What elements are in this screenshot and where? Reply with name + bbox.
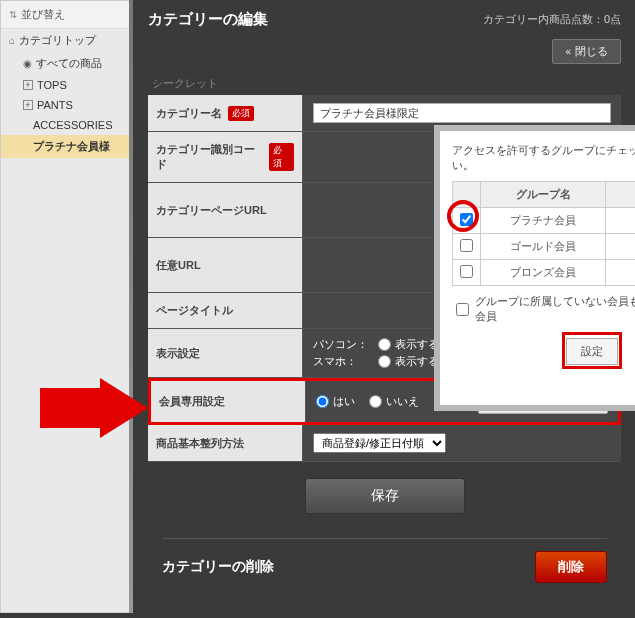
th-name: グループ名: [481, 182, 606, 208]
tree-item-accessories[interactable]: ACCESSORIES: [1, 115, 129, 135]
home-icon: ⌂: [9, 35, 15, 46]
sort-label: 並び替え: [21, 7, 65, 22]
tree-item-pants[interactable]: + PANTS: [1, 95, 129, 115]
category-tree: ⌂ カテゴリトップ ◉ すべての商品 + TOPS + PANTS ACCESS…: [1, 29, 129, 158]
label-cell: カテゴリー識別コード 必須: [148, 132, 303, 182]
label-cell: 任意URL: [148, 238, 303, 292]
label: 表示設定: [156, 346, 200, 361]
delete-heading: カテゴリーの削除: [162, 558, 274, 576]
row-sort-method: 商品基本整列方法 商品登録/修正日付順: [148, 425, 621, 462]
pc-show-radio[interactable]: 表示する: [378, 337, 439, 352]
splitter[interactable]: [129, 0, 133, 613]
chevron-left-icon: «: [565, 46, 571, 57]
table-row: プラチナ会員 プラチナ会員: [453, 208, 636, 234]
label: カテゴリー識別コード: [156, 142, 263, 172]
label: 任意URL: [156, 258, 201, 273]
sort-select[interactable]: 商品登録/修正日付順: [313, 433, 446, 453]
header: カテゴリーの編集 カテゴリー内商品点数：0点: [134, 0, 635, 39]
annotation-arrow: [40, 378, 150, 438]
label-cell: カテゴリーページURL: [148, 183, 303, 237]
label: カテゴリーページURL: [156, 203, 267, 218]
sidebar: ⇅ 並び替え ⌂ カテゴリトップ ◉ すべての商品 + TOPS + PANTS…: [0, 0, 130, 613]
save-button[interactable]: 保存: [305, 478, 465, 514]
delete-button[interactable]: 削除: [535, 551, 607, 583]
group-checkbox[interactable]: [460, 239, 473, 252]
table-row: ゴールド会員 ゴールド会員: [453, 234, 636, 260]
member-yes-radio[interactable]: はい: [316, 394, 355, 409]
sort-button[interactable]: ⇅ 並び替え: [1, 1, 129, 29]
annotation-box: 設定: [562, 332, 622, 369]
label-cell: 商品基本整列方法: [148, 425, 303, 461]
delete-section: カテゴリーの削除 削除: [162, 538, 607, 583]
sort-icon: ⇅: [9, 9, 17, 20]
secret-label: シークレット: [148, 70, 621, 95]
tree-all[interactable]: ◉ すべての商品: [1, 52, 129, 75]
close-label: 閉じる: [575, 44, 608, 59]
value-cell: 商品登録/修正日付順: [303, 425, 621, 461]
all-label: グループに所属していない会員も含めて、全ての会員: [475, 294, 635, 324]
cell-name: ブロンズ会員: [481, 260, 606, 286]
tree-item-platinum[interactable]: プラチナ会員様: [1, 135, 129, 158]
expand-icon[interactable]: +: [23, 80, 33, 90]
tree-label: PANTS: [37, 99, 73, 111]
label: ページタイトル: [156, 303, 233, 318]
label-cell: カテゴリー名 必須: [148, 95, 303, 131]
svg-marker-0: [40, 378, 148, 438]
tree-label: ACCESSORIES: [33, 119, 112, 131]
group-popup: アクセスを許可するグループにチェックを入れてください。 グループ名 グループ参照…: [434, 125, 635, 411]
all-members-checkbox[interactable]: グループに所属していない会員も含めて、全ての会員: [452, 286, 635, 332]
tree-top-label: カテゴリトップ: [19, 33, 96, 48]
required-badge: 必須: [228, 106, 254, 121]
category-name-input[interactable]: [313, 103, 611, 123]
cell-ref: ゴールド会員: [606, 234, 636, 260]
cell-name: ゴールド会員: [481, 234, 606, 260]
sp-show-radio[interactable]: 表示する: [378, 354, 439, 369]
tree-all-label: すべての商品: [36, 56, 102, 71]
tree-label: プラチナ会員様: [33, 139, 110, 154]
required-badge: 必須: [269, 143, 294, 171]
cell-name: プラチナ会員: [481, 208, 606, 234]
table-row: ブロンズ会員 一般会員: [453, 260, 636, 286]
label: カテゴリー名: [156, 106, 222, 121]
tree-item-tops[interactable]: + TOPS: [1, 75, 129, 95]
main-panel: カテゴリーの編集 カテゴリー内商品点数：0点 « 閉じる シークレット カテゴリ…: [134, 0, 635, 613]
expand-icon[interactable]: +: [23, 100, 33, 110]
member-no-radio[interactable]: いいえ: [369, 394, 419, 409]
th-ref: グループ参照: [606, 182, 636, 208]
sp-label: スマホ：: [313, 354, 368, 369]
label-cell: 会員専用設定: [151, 381, 306, 422]
table-header-row: グループ名 グループ参照: [453, 182, 636, 208]
tree-top[interactable]: ⌂ カテゴリトップ: [1, 29, 129, 52]
group-checkbox[interactable]: [460, 265, 473, 278]
group-table: グループ名 グループ参照 プラチナ会員 プラチナ会員 ゴールド会員 ゴールド会員…: [452, 181, 635, 286]
page-title: カテゴリーの編集: [148, 10, 268, 29]
label: 商品基本整列方法: [156, 436, 244, 451]
pc-label: パソコン：: [313, 337, 368, 352]
circle-icon: ◉: [23, 58, 32, 69]
popup-text: アクセスを許可するグループにチェックを入れてください。: [452, 143, 635, 173]
close-button[interactable]: « 閉じる: [552, 39, 621, 64]
tree-label: TOPS: [37, 79, 67, 91]
annotation-circle: [447, 200, 479, 232]
label-cell: 表示設定: [148, 329, 303, 377]
label-cell: ページタイトル: [148, 293, 303, 328]
label: 会員専用設定: [159, 394, 225, 409]
item-count: カテゴリー内商品点数：0点: [483, 12, 621, 27]
cell-ref: 一般会員: [606, 260, 636, 286]
set-button[interactable]: 設定: [566, 338, 618, 365]
cell-ref: プラチナ会員: [606, 208, 636, 234]
